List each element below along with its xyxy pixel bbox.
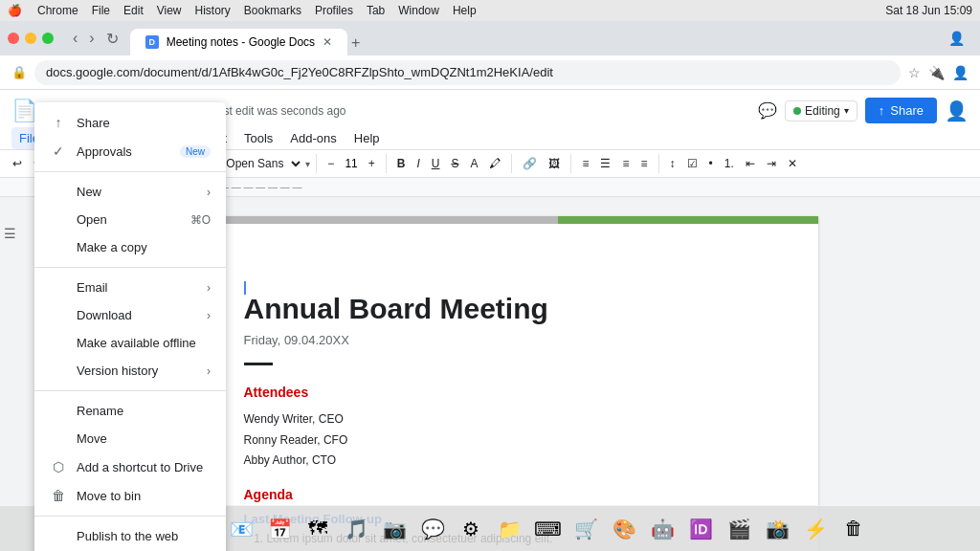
headings-panel-icon[interactable]: ☰ [4, 226, 16, 241]
menu-item-make-offline[interactable]: Make available offline [34, 329, 226, 357]
dock-extra[interactable]: ⚡ [798, 512, 833, 546]
reload-button[interactable]: ↻ [102, 28, 122, 50]
text-color-button[interactable]: A [465, 154, 482, 173]
tab-title: Meeting notes - Google Docs [167, 35, 315, 49]
menu-item-download[interactable]: Download › [34, 301, 226, 329]
menu-item-new[interactable]: New › [34, 178, 226, 206]
align-justify-button[interactable]: ≡ [636, 154, 653, 173]
image-button[interactable]: 🖼 [544, 154, 565, 173]
bin-icon: 🗑 [50, 488, 67, 503]
menu-item-email[interactable]: Email › [34, 274, 226, 301]
italic-button[interactable]: I [412, 154, 424, 173]
mac-menu-view[interactable]: View [157, 4, 182, 17]
attendee-1: Wendy Writer, CEO [244, 409, 742, 430]
mac-menu-tab[interactable]: Tab [367, 4, 385, 17]
new-tab-button[interactable]: + [347, 31, 364, 55]
tab-favicon: D [145, 35, 159, 49]
bullet-list-button[interactable]: • [704, 154, 718, 173]
mac-menu-bookmarks[interactable]: Bookmarks [244, 4, 301, 17]
close-button[interactable] [8, 33, 19, 44]
comments-icon[interactable]: 💬 [758, 101, 777, 120]
share-button[interactable]: ↑ Share [865, 98, 937, 123]
editing-badge[interactable]: Editing ▾ [785, 100, 858, 121]
dock-messages[interactable]: 💬 [415, 512, 450, 546]
dock-ai[interactable]: 🤖 [645, 512, 679, 546]
font-selector[interactable]: Open Sans [218, 154, 303, 173]
menu-item-publish[interactable]: Publish to the web [34, 522, 226, 550]
dock-store[interactable]: 🛒 [568, 512, 603, 546]
menu-item-make-copy[interactable]: Make a copy [34, 233, 226, 261]
mac-menu-edit[interactable]: Edit [123, 4, 144, 17]
dock-calendar[interactable]: 📅 [262, 512, 297, 546]
line-spacing-button[interactable]: ↕ [665, 154, 680, 173]
toolbar-divider-7 [658, 154, 659, 173]
menu-item-move[interactable]: Move [34, 425, 226, 452]
back-button[interactable]: ‹ [69, 28, 81, 49]
minimize-button[interactable] [25, 33, 36, 44]
dock-terminal[interactable]: ⌨ [530, 512, 565, 546]
tab-close-icon[interactable]: ✕ [323, 35, 332, 49]
browser-account-icon[interactable]: 👤 [948, 31, 965, 46]
dock-files[interactable]: 📁 [492, 512, 526, 546]
strikethrough-button[interactable]: S [446, 154, 463, 173]
menu-item-rename[interactable]: Rename [34, 397, 226, 425]
dock-settings[interactable]: ⚙ [454, 512, 488, 546]
user-avatar[interactable]: 👤 [945, 99, 969, 122]
numbered-list-button[interactable]: 1. [720, 154, 739, 173]
align-center-button[interactable]: ☰ [595, 154, 615, 173]
dock-maps[interactable]: 🗺 [301, 512, 335, 546]
underline-button[interactable]: U [427, 154, 445, 173]
url-input[interactable] [34, 60, 901, 85]
menu-item-version-history[interactable]: Version history › [34, 357, 226, 385]
dock-id[interactable]: 🆔 [683, 512, 718, 546]
account-avatar[interactable]: 👤 [952, 65, 969, 80]
mac-menu-file[interactable]: File [92, 4, 110, 17]
editing-label: Editing [805, 104, 840, 118]
menu-item-add-shortcut[interactable]: ⬡ Add a shortcut to Drive [34, 452, 226, 481]
mac-menu-window[interactable]: Window [398, 4, 439, 17]
menu-item-open[interactable]: Open ⌘O [34, 206, 226, 233]
dock-ae[interactable]: 🎬 [722, 512, 756, 546]
extension-icon[interactable]: 🔌 [928, 65, 945, 80]
dock-br[interactable]: 📸 [760, 512, 794, 546]
menu-item-move-bin[interactable]: 🗑 Move to bin [34, 481, 226, 510]
link-button[interactable]: 🔗 [518, 154, 542, 173]
increase-font-button[interactable]: + [364, 154, 380, 173]
editing-chevron[interactable]: ▾ [844, 105, 849, 116]
menu-item-approvals[interactable]: ✓ Approvals New [34, 137, 226, 165]
increase-indent-button[interactable]: ⇥ [762, 154, 781, 173]
dock-spotify[interactable]: 🎵 [339, 512, 373, 546]
menu-addons[interactable]: Add-ons [282, 127, 344, 149]
bold-button[interactable]: B [392, 154, 411, 173]
dock-trash[interactable]: 🗑 [836, 512, 871, 546]
align-right-button[interactable]: ≡ [617, 154, 634, 173]
doc-cursor [244, 281, 246, 295]
forward-button[interactable]: › [85, 28, 98, 49]
mac-menu-chrome[interactable]: Chrome [37, 4, 78, 17]
undo-button[interactable]: ↩ [8, 154, 27, 173]
mac-menu-help[interactable]: Help [453, 4, 477, 17]
bookmark-icon[interactable]: ☆ [908, 65, 921, 80]
right-sidebar: ⤢ [966, 197, 980, 551]
clear-formatting-button[interactable]: ✕ [783, 154, 802, 173]
email-submenu-arrow: › [207, 281, 211, 295]
align-left-button[interactable]: ≡ [577, 154, 593, 173]
agenda-heading: Agenda [244, 487, 742, 502]
dock-photos[interactable]: 📷 [377, 512, 412, 546]
highlight-button[interactable]: 🖍 [484, 154, 505, 173]
dock-mail[interactable]: 📧 [224, 512, 258, 546]
menu-item-share[interactable]: ↑ Share [34, 108, 226, 137]
menu-separator-3 [34, 390, 226, 391]
mac-menu-profiles[interactable]: Profiles [315, 4, 353, 17]
active-tab[interactable]: D Meeting notes - Google Docs ✕ [130, 29, 347, 55]
decrease-indent-button[interactable]: ⇤ [741, 154, 760, 173]
attendee-2: Ronny Reader, CFO [244, 430, 742, 452]
decrease-font-button[interactable]: − [323, 154, 339, 173]
maximize-button[interactable] [42, 33, 54, 44]
menu-tools[interactable]: Tools [236, 127, 280, 149]
menu-help[interactable]: Help [346, 127, 388, 149]
dock-ps[interactable]: 🎨 [607, 512, 641, 546]
mac-menu-history[interactable]: History [195, 4, 231, 17]
document-date: Friday, 09.04.20XX [244, 333, 742, 347]
checklist-button[interactable]: ☑ [682, 154, 702, 173]
